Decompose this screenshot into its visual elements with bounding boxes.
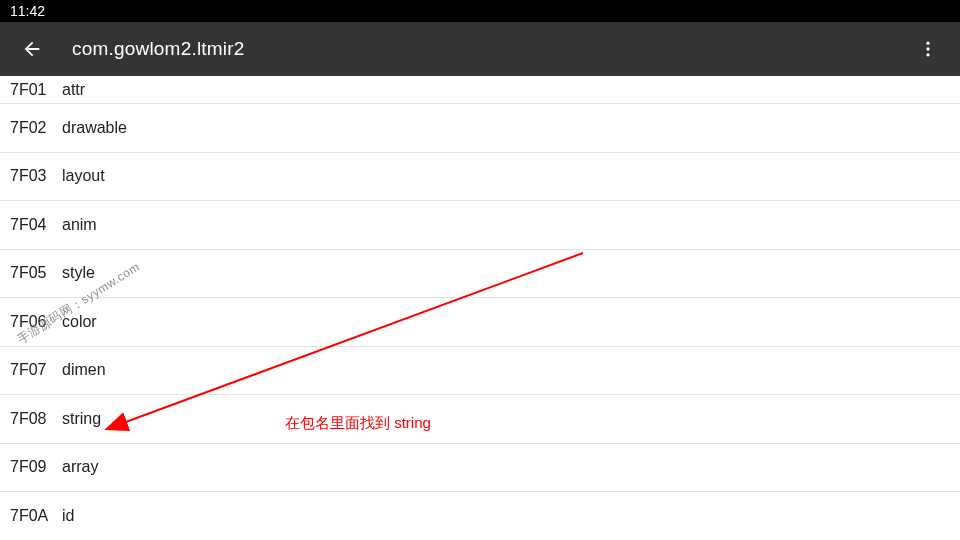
resource-code: 7F03 — [10, 167, 62, 185]
status-bar: 11:42 — [0, 0, 960, 22]
resource-name: id — [62, 507, 74, 525]
resource-name: style — [62, 264, 95, 282]
list-item[interactable]: 7F07 dimen — [0, 347, 960, 396]
resource-type-list: 7F01 attr 7F02 drawable 7F03 layout 7F04… — [0, 76, 960, 540]
resource-name: dimen — [62, 361, 106, 379]
list-item[interactable]: 7F04 anim — [0, 201, 960, 250]
more-vert-icon — [918, 39, 938, 59]
overflow-menu-button[interactable] — [910, 31, 946, 67]
resource-name: layout — [62, 167, 105, 185]
app-bar: com.gowlom2.ltmir2 — [0, 22, 960, 76]
resource-code: 7F01 — [10, 81, 62, 99]
svg-point-0 — [926, 42, 929, 45]
svg-point-2 — [926, 53, 929, 56]
resource-code: 7F09 — [10, 458, 62, 476]
list-item[interactable]: 7F01 attr — [0, 76, 960, 104]
list-item[interactable]: 7F0A id — [0, 492, 960, 540]
list-item[interactable]: 7F02 drawable — [0, 104, 960, 153]
resource-name: drawable — [62, 119, 127, 137]
back-button[interactable] — [14, 31, 50, 67]
resource-name: string — [62, 410, 101, 428]
resource-code: 7F06 — [10, 313, 62, 331]
resource-code: 7F0A — [10, 507, 62, 525]
status-time: 11:42 — [10, 3, 45, 19]
resource-name: array — [62, 458, 98, 476]
resource-code: 7F08 — [10, 410, 62, 428]
list-item[interactable]: 7F08 string — [0, 395, 960, 444]
resource-name: color — [62, 313, 97, 331]
resource-code: 7F05 — [10, 264, 62, 282]
arrow-back-icon — [21, 38, 43, 60]
resource-code: 7F04 — [10, 216, 62, 234]
list-item[interactable]: 7F05 style — [0, 250, 960, 299]
resource-code: 7F02 — [10, 119, 62, 137]
resource-code: 7F07 — [10, 361, 62, 379]
svg-point-1 — [926, 47, 929, 50]
list-item[interactable]: 7F09 array — [0, 444, 960, 493]
resource-name: anim — [62, 216, 97, 234]
list-item[interactable]: 7F03 layout — [0, 153, 960, 202]
resource-name: attr — [62, 81, 85, 99]
app-title: com.gowlom2.ltmir2 — [72, 38, 910, 60]
list-item[interactable]: 7F06 color — [0, 298, 960, 347]
